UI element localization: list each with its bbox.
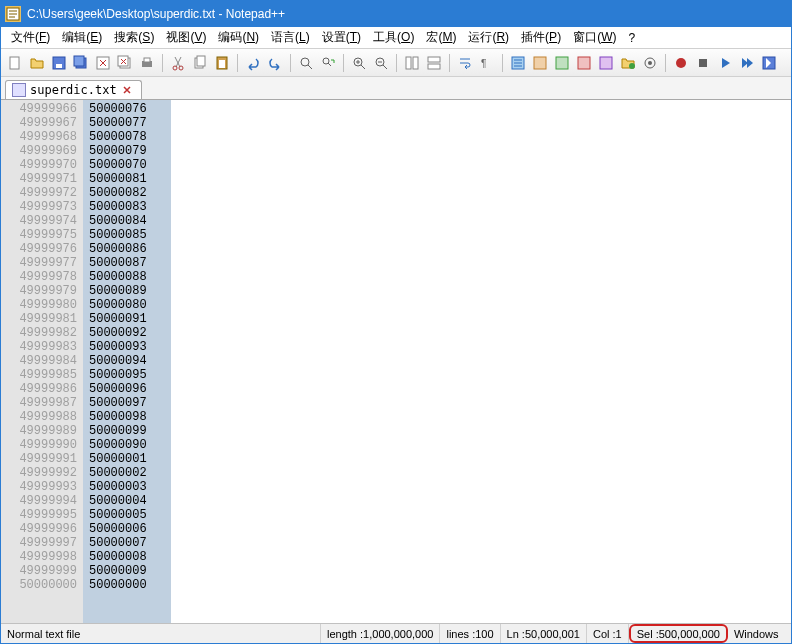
doc-list-icon[interactable]: [574, 53, 594, 73]
menu-tools[interactable]: 工具(O): [367, 27, 420, 48]
folder-workspace-icon[interactable]: [618, 53, 638, 73]
text-content[interactable]: 5000007650000077500000785000007950000070…: [83, 100, 791, 623]
toolbar-separator: [396, 54, 397, 72]
menu-language[interactable]: 语言(L): [265, 27, 316, 48]
toolbar-separator: [502, 54, 503, 72]
doc-map-icon[interactable]: [552, 53, 572, 73]
menubar: 文件(F) 编辑(E) 搜索(S) 视图(V) 编码(N) 语言(L) 设置(T…: [1, 27, 791, 49]
play-macro-icon[interactable]: [715, 53, 735, 73]
status-sel: Sel : 500,000,000: [629, 624, 728, 643]
line-number-gutter: 4999996649999967499999684999996949999970…: [1, 100, 83, 623]
copy-icon[interactable]: [190, 53, 210, 73]
paste-icon[interactable]: [212, 53, 232, 73]
toolbar-separator: [449, 54, 450, 72]
monitor-icon[interactable]: [640, 53, 660, 73]
user-lang-icon[interactable]: [530, 53, 550, 73]
svg-rect-3: [56, 64, 62, 68]
svg-rect-24: [428, 64, 440, 69]
menu-encoding[interactable]: 编码(N): [212, 27, 265, 48]
toolbar: ¶: [1, 49, 791, 77]
file-icon: [12, 83, 26, 97]
stop-macro-icon[interactable]: [693, 53, 713, 73]
wordwrap-icon[interactable]: [455, 53, 475, 73]
svg-rect-29: [578, 57, 590, 69]
menu-macro[interactable]: 宏(M): [420, 27, 462, 48]
svg-rect-22: [413, 57, 418, 69]
menu-search[interactable]: 搜索(S): [108, 27, 160, 48]
menu-edit[interactable]: 编辑(E): [56, 27, 108, 48]
svg-text:¶: ¶: [481, 58, 486, 69]
window-title: C:\Users\geek\Desktop\superdic.txt - Not…: [27, 7, 787, 21]
svg-point-33: [648, 61, 652, 65]
svg-rect-30: [600, 57, 612, 69]
toolbar-separator: [290, 54, 291, 72]
toolbar-separator: [162, 54, 163, 72]
tab-label: superdic.txt: [30, 83, 117, 97]
close-all-icon[interactable]: [115, 53, 135, 73]
svg-rect-28: [556, 57, 568, 69]
tab-superdic[interactable]: superdic.txt: [5, 80, 142, 99]
open-file-icon[interactable]: [27, 53, 47, 73]
svg-point-34: [676, 58, 686, 68]
tabbar: superdic.txt: [1, 77, 791, 99]
tab-close-icon[interactable]: [121, 84, 133, 96]
save-icon[interactable]: [49, 53, 69, 73]
menu-plugins[interactable]: 插件(P): [515, 27, 567, 48]
svg-point-11: [173, 66, 177, 70]
cut-icon[interactable]: [168, 53, 188, 73]
status-eol: Windows: [728, 624, 785, 643]
sync-h-icon[interactable]: [424, 53, 444, 73]
menu-help[interactable]: ?: [622, 29, 641, 47]
print-icon[interactable]: [137, 53, 157, 73]
menu-run[interactable]: 运行(R): [462, 27, 515, 48]
app-icon: [5, 6, 21, 22]
zoom-out-icon[interactable]: [371, 53, 391, 73]
menu-settings[interactable]: 设置(T): [316, 27, 367, 48]
menu-file[interactable]: 文件(F): [5, 27, 56, 48]
app-window: C:\Users\geek\Desktop\superdic.txt - Not…: [0, 0, 792, 644]
svg-rect-1: [10, 57, 19, 69]
status-file-type: Normal text file: [1, 624, 321, 643]
new-file-icon[interactable]: [5, 53, 25, 73]
replace-icon[interactable]: [318, 53, 338, 73]
undo-icon[interactable]: [243, 53, 263, 73]
toolbar-separator: [343, 54, 344, 72]
zoom-in-icon[interactable]: [349, 53, 369, 73]
svg-rect-5: [74, 56, 84, 66]
redo-icon[interactable]: [265, 53, 285, 73]
status-col: Col : 1: [587, 624, 629, 643]
statusbar: Normal text file length : 1,000,000,000 …: [1, 623, 791, 643]
titlebar: C:\Users\geek\Desktop\superdic.txt - Not…: [1, 1, 791, 27]
menu-window[interactable]: 窗口(W): [567, 27, 622, 48]
svg-point-31: [629, 63, 635, 69]
status-lines: lines : 100: [440, 624, 500, 643]
record-macro-icon[interactable]: [671, 53, 691, 73]
play-multi-icon[interactable]: [737, 53, 757, 73]
toolbar-separator: [665, 54, 666, 72]
status-length: length : 1,000,000,000: [321, 624, 440, 643]
toolbar-separator: [237, 54, 238, 72]
all-chars-icon[interactable]: ¶: [477, 53, 497, 73]
save-all-icon[interactable]: [71, 53, 91, 73]
svg-rect-35: [699, 59, 707, 67]
svg-rect-27: [534, 57, 546, 69]
svg-rect-14: [197, 56, 205, 66]
func-list-icon[interactable]: [596, 53, 616, 73]
menu-view[interactable]: 视图(V): [160, 27, 212, 48]
status-ln: Ln : 50,000,001: [501, 624, 587, 643]
editor-area[interactable]: 4999996649999967499999684999996949999970…: [1, 99, 791, 623]
close-icon[interactable]: [93, 53, 113, 73]
find-icon[interactable]: [296, 53, 316, 73]
svg-point-17: [301, 58, 309, 66]
svg-rect-23: [428, 57, 440, 62]
svg-rect-10: [144, 58, 150, 62]
svg-point-12: [179, 66, 183, 70]
svg-rect-21: [406, 57, 411, 69]
save-macro-icon[interactable]: [759, 53, 779, 73]
sync-v-icon[interactable]: [402, 53, 422, 73]
svg-rect-16: [219, 60, 225, 68]
indent-guide-icon[interactable]: [508, 53, 528, 73]
